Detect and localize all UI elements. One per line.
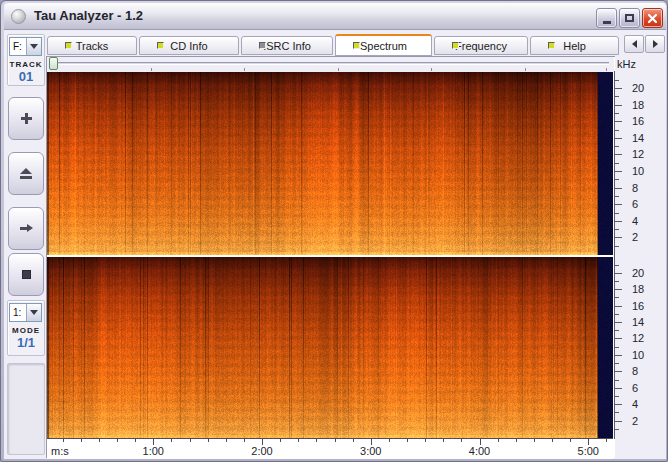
freq-tick [615, 265, 619, 266]
freq-tick [615, 338, 622, 339]
slider-tick [151, 68, 152, 71]
time-tick [280, 439, 281, 442]
slider-tick [525, 68, 526, 71]
tab-cd-info[interactable]: CD Info [139, 36, 239, 55]
tab-led-icon [548, 42, 555, 49]
time-tick [498, 439, 499, 442]
window-title: Tau Analyzer - 1.2 [34, 8, 143, 23]
time-axis-unit-label: m:s [51, 445, 69, 457]
tab-isrc-info[interactable]: ISRC Info [241, 36, 333, 55]
freq-tick [615, 163, 619, 164]
position-slider[interactable] [47, 57, 614, 72]
freq-tick [615, 229, 619, 230]
freq-tick [615, 429, 619, 430]
tab-led-icon [452, 42, 459, 49]
freq-tick [615, 347, 619, 348]
time-tick [226, 439, 227, 442]
freq-tick-label: 16 [632, 115, 656, 127]
freq-tick [615, 221, 622, 222]
freq-tick [615, 121, 622, 122]
tab-led-icon [157, 42, 164, 49]
drive-select-value: F: [10, 38, 26, 55]
time-tick [135, 439, 136, 442]
tab-spectrum[interactable]: Spectrum [335, 34, 432, 56]
freq-tick [615, 355, 622, 356]
freq-tick-label: 8 [632, 365, 656, 377]
time-tick [81, 439, 82, 442]
freq-tick-label: 10 [632, 165, 656, 177]
freq-tick-label: 14 [632, 132, 656, 144]
time-tick [63, 439, 64, 442]
time-tick-label: 3:00 [354, 445, 388, 457]
freq-tick-label: 18 [632, 283, 656, 295]
arrow-left-icon [632, 40, 637, 48]
stop-button[interactable] [8, 253, 44, 296]
time-tick [117, 439, 118, 442]
plus-button[interactable] [8, 97, 44, 140]
freq-tick [615, 363, 619, 364]
tab-led-icon [353, 42, 360, 49]
mode-select-dropdown-button[interactable] [26, 304, 41, 321]
freq-tick [615, 404, 622, 405]
time-tick [516, 439, 517, 442]
time-tick [407, 439, 408, 442]
app-window: Tau Analyzer - 1.2 Tracks CD Info ISRC I… [0, 0, 668, 462]
freq-tick [615, 196, 619, 197]
time-tick [298, 439, 299, 442]
minimize-button[interactable] [596, 8, 617, 28]
minimize-icon [603, 21, 611, 24]
freq-tick-label: 4 [632, 215, 656, 227]
time-tick-label: 1:00 [136, 445, 170, 457]
maximize-button[interactable] [619, 8, 640, 28]
time-tick [99, 439, 100, 442]
freq-tick-label: 12 [632, 148, 656, 160]
tab-scroll-left-button[interactable] [624, 35, 644, 53]
freq-tick-label: 20 [632, 267, 656, 279]
freq-tick-label: 6 [632, 382, 656, 394]
time-tick-label: 5:00 [571, 445, 605, 457]
freq-tick-label: 6 [632, 198, 656, 210]
next-track-button[interactable] [8, 207, 44, 250]
eject-icon [20, 168, 32, 179]
arrow-right-icon [653, 40, 658, 48]
tab-led-icon [65, 42, 72, 49]
eject-button[interactable] [8, 152, 44, 195]
title-bar[interactable]: Tau Analyzer - 1.2 [4, 3, 666, 30]
time-tick [461, 439, 462, 442]
tab-tracks[interactable]: Tracks [47, 36, 137, 55]
freq-tick [615, 213, 619, 214]
slider-tick [338, 68, 339, 71]
freq-tick [615, 146, 619, 147]
mode-label: MODE [7, 326, 45, 335]
time-tick [552, 439, 553, 442]
plus-icon [21, 113, 32, 124]
freq-tick [615, 246, 619, 247]
freq-tick [615, 273, 622, 274]
slider-track[interactable] [49, 62, 609, 65]
tab-led-icon [259, 42, 266, 49]
track-label: TRACK [7, 60, 45, 69]
freq-tick [615, 289, 622, 290]
time-tick [353, 439, 354, 442]
time-tick [244, 439, 245, 442]
tab-scroll-right-button[interactable] [645, 35, 665, 53]
tab-label: Help [563, 40, 586, 52]
spectrogram-left-channel [47, 72, 613, 255]
mode-value: 1/1 [7, 335, 45, 350]
slider-thumb[interactable] [49, 57, 58, 70]
tab-label: Tracks [76, 40, 109, 52]
frequency-axis: 24681012141618202468101214161820 [614, 71, 664, 439]
close-button[interactable] [642, 8, 663, 28]
slider-tick [431, 68, 432, 71]
drive-select[interactable]: F: [9, 37, 42, 56]
freq-tick [615, 306, 622, 307]
time-tick [606, 439, 607, 442]
tab-help[interactable]: Help [530, 36, 619, 55]
tab-frequency[interactable]: Frequency [434, 36, 528, 55]
freq-tick [615, 396, 619, 397]
time-tick [171, 439, 172, 442]
freq-tick [615, 130, 619, 131]
mode-select[interactable]: 1: [9, 303, 42, 322]
freq-tick [615, 204, 622, 205]
drive-select-dropdown-button[interactable] [26, 38, 41, 55]
